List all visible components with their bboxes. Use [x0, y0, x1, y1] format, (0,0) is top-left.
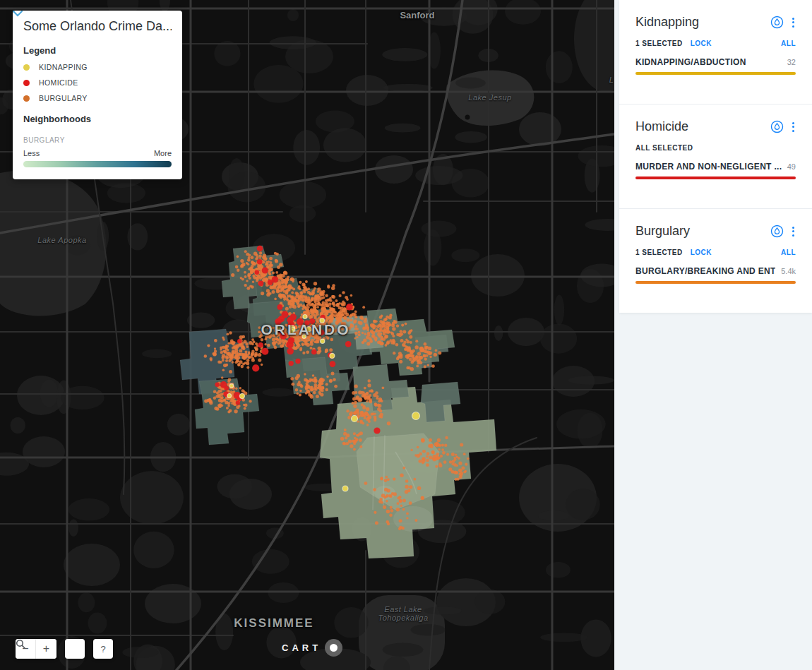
crime-point-burglary[interactable]	[424, 347, 428, 350]
crime-point-burglary[interactable]	[399, 360, 402, 364]
crime-point-burglary[interactable]	[378, 500, 382, 503]
crime-point-burglary[interactable]	[342, 291, 345, 294]
crime-point-burglary[interactable]	[227, 380, 230, 383]
crime-point-burglary[interactable]	[234, 409, 237, 413]
crime-point-burglary[interactable]	[429, 438, 432, 442]
crime-point-burglary[interactable]	[214, 339, 217, 342]
crime-point-burglary[interactable]	[213, 397, 216, 400]
crime-point-burglary[interactable]	[371, 334, 375, 337]
crime-point-burglary[interactable]	[402, 467, 405, 469]
crime-point-burglary[interactable]	[299, 393, 301, 396]
crime-point-homicide[interactable]	[220, 381, 227, 388]
crime-point-burglary[interactable]	[371, 390, 374, 393]
crime-point-burglary[interactable]	[316, 334, 319, 337]
crime-point-burglary[interactable]	[225, 359, 228, 362]
crime-point-burglary[interactable]	[421, 349, 424, 352]
crime-point-burglary[interactable]	[409, 485, 412, 489]
crime-point-homicide[interactable]	[287, 348, 294, 355]
crime-point-burglary[interactable]	[268, 334, 271, 337]
crime-point-burglary[interactable]	[344, 317, 347, 320]
crime-point-burglary[interactable]	[287, 276, 289, 279]
chevron-down-icon[interactable]	[13, 11, 23, 17]
crime-point-burglary[interactable]	[325, 319, 328, 323]
crime-point-burglary[interactable]	[332, 295, 335, 299]
crime-point-burglary[interactable]	[426, 354, 429, 357]
crime-point-burglary[interactable]	[401, 527, 405, 530]
crime-point-burglary[interactable]	[353, 405, 357, 408]
crime-point-burglary[interactable]	[227, 402, 230, 405]
crime-point-burglary[interactable]	[354, 332, 358, 335]
crime-point-burglary[interactable]	[375, 339, 378, 342]
crime-point-burglary[interactable]	[366, 424, 369, 426]
crime-point-burglary[interactable]	[235, 265, 239, 269]
crime-point-burglary[interactable]	[417, 446, 419, 449]
search-button[interactable]	[65, 639, 85, 659]
crime-point-burglary[interactable]	[231, 273, 234, 277]
crime-point-kidnapping[interactable]	[275, 325, 280, 330]
crime-point-burglary[interactable]	[384, 318, 387, 321]
crime-point-burglary[interactable]	[460, 443, 463, 446]
crime-point-burglary[interactable]	[422, 462, 424, 465]
crime-point-homicide[interactable]	[237, 339, 241, 343]
crime-point-burglary[interactable]	[228, 359, 231, 362]
lock-link[interactable]: LOCK	[691, 40, 712, 47]
crime-point-burglary[interactable]	[244, 271, 246, 274]
crime-point-burglary[interactable]	[339, 294, 342, 297]
crime-point-kidnapping[interactable]	[229, 384, 233, 388]
crime-point-burglary[interactable]	[455, 453, 457, 455]
crime-point-burglary[interactable]	[210, 357, 213, 360]
crime-point-burglary[interactable]	[369, 400, 372, 403]
crime-point-homicide[interactable]	[374, 427, 380, 433]
crime-point-burglary[interactable]	[301, 331, 304, 334]
crime-point-burglary[interactable]	[410, 329, 413, 332]
crime-point-burglary[interactable]	[396, 357, 400, 361]
crime-point-burglary[interactable]	[275, 341, 278, 344]
crime-point-burglary[interactable]	[258, 326, 261, 329]
crime-point-burglary[interactable]	[331, 372, 335, 376]
crime-point-burglary[interactable]	[455, 456, 458, 459]
crime-point-burglary[interactable]	[407, 354, 411, 357]
crime-point-burglary[interactable]	[405, 323, 407, 325]
crime-point-burglary[interactable]	[306, 382, 309, 385]
crime-point-burglary[interactable]	[467, 457, 470, 460]
crime-point-burglary[interactable]	[345, 442, 349, 445]
crime-point-burglary[interactable]	[378, 340, 381, 343]
crime-point-burglary[interactable]	[342, 442, 346, 445]
crime-point-burglary[interactable]	[313, 306, 315, 308]
crime-point-burglary[interactable]	[421, 496, 424, 499]
crime-point-burglary[interactable]	[220, 351, 223, 354]
crime-point-homicide[interactable]	[277, 304, 283, 310]
crime-point-burglary[interactable]	[295, 299, 298, 302]
crime-point-burglary[interactable]	[285, 282, 288, 285]
crime-point-burglary[interactable]	[246, 359, 250, 362]
crime-point-burglary[interactable]	[449, 460, 453, 464]
crime-point-burglary[interactable]	[426, 463, 429, 467]
crime-point-burglary[interactable]	[375, 521, 378, 525]
crime-point-burglary[interactable]	[275, 260, 278, 263]
crime-point-burglary[interactable]	[399, 519, 402, 522]
crime-point-burglary[interactable]	[370, 323, 374, 327]
crime-point-burglary[interactable]	[311, 297, 314, 301]
crime-point-burglary[interactable]	[252, 281, 254, 283]
crime-point-burglary[interactable]	[285, 323, 287, 326]
crime-point-burglary[interactable]	[353, 440, 357, 443]
crime-point-burglary[interactable]	[352, 402, 354, 405]
crime-point-burglary[interactable]	[364, 481, 368, 485]
crime-point-burglary[interactable]	[294, 338, 297, 340]
crime-point-burglary[interactable]	[393, 492, 397, 496]
crime-point-burglary[interactable]	[399, 500, 402, 503]
crime-point-burglary[interactable]	[325, 312, 328, 316]
crime-point-kidnapping[interactable]	[321, 339, 325, 343]
crime-point-kidnapping[interactable]	[330, 353, 335, 358]
crime-point-homicide[interactable]	[297, 318, 304, 325]
crime-point-burglary[interactable]	[387, 325, 390, 328]
crime-point-burglary[interactable]	[222, 354, 225, 357]
crime-point-burglary[interactable]	[237, 269, 239, 272]
crime-point-burglary[interactable]	[422, 450, 426, 453]
crime-point-burglary[interactable]	[407, 331, 411, 335]
crime-point-burglary[interactable]	[364, 333, 367, 335]
crime-point-burglary[interactable]	[331, 287, 335, 290]
crime-point-burglary[interactable]	[282, 287, 285, 289]
crime-point-burglary[interactable]	[396, 324, 399, 327]
crime-point-burglary[interactable]	[405, 485, 408, 489]
